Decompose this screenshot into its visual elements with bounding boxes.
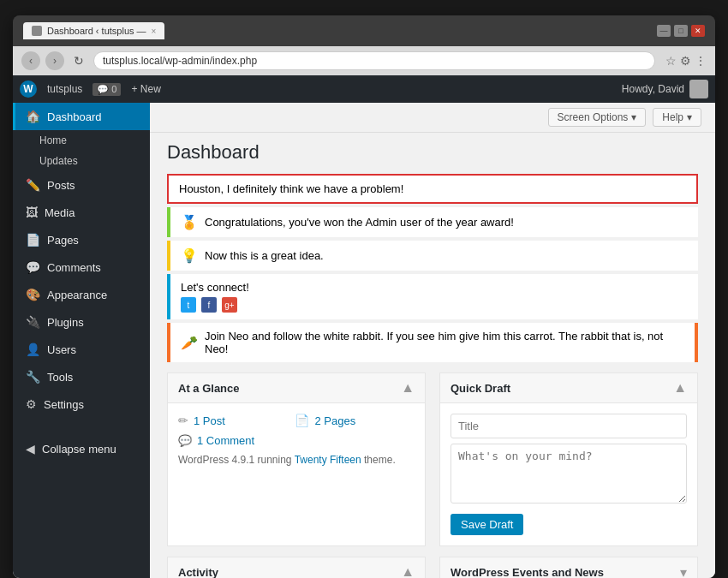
sidebar-comments-label: Comments (47, 261, 101, 274)
admin-bar-new[interactable]: + New (124, 75, 167, 103)
sidebar-item-posts[interactable]: ✏️ Posts (13, 171, 150, 199)
help-button[interactable]: Help ▾ (653, 108, 701, 127)
at-a-glance-header: At a Glance ▲ (168, 373, 425, 403)
sidebar-item-settings[interactable]: ⚙ Settings (13, 390, 150, 418)
minimize-button[interactable]: — (657, 25, 671, 37)
posts-count-link[interactable]: 1 Post (194, 414, 225, 427)
sidebar-appearance-label: Appearance (47, 289, 107, 301)
forward-button[interactable]: › (45, 51, 64, 70)
menu-button[interactable]: ⋮ (695, 54, 707, 68)
url-bar[interactable]: tutsplus.local/wp-admin/index.php (93, 51, 655, 70)
sidebar-item-media[interactable]: 🖼 Media (13, 199, 150, 226)
browser-controls: ‹ › ↻ tutsplus.local/wp-admin/index.php … (13, 46, 715, 75)
glance-posts: ✏ 1 Post (178, 414, 291, 427)
sidebar-collapse-label: Collapse menu (42, 443, 116, 456)
sidebar: 🏠 Dashboard Home Updates ✏️ Posts 🖼 Medi… (13, 103, 150, 578)
quick-draft-title: Quick Draft (451, 382, 510, 395)
notice-orange-text: Join Neo and follow the white rabbit. If… (205, 330, 684, 355)
sidebar-posts-label: Posts (47, 179, 75, 192)
posts-glance-icon: ✏ (178, 414, 188, 427)
pages-count-link[interactable]: 2 Pages (314, 414, 355, 427)
tab-title: Dashboard ‹ tutsplus — (47, 26, 146, 36)
screen-options-button[interactable]: Screen Options ▾ (548, 108, 647, 127)
activity-toggle[interactable]: ▲ (401, 564, 415, 578)
notice-orange: 🥕 Join Neo and follow the white rabbit. … (167, 323, 698, 362)
user-avatar (689, 80, 708, 98)
users-icon: 👤 (26, 343, 40, 356)
quick-draft-title-input[interactable] (451, 414, 687, 438)
activity-widget: Activity ▲ Recently Published Dec 15th, … (167, 557, 426, 578)
window-controls: — □ ✕ (657, 25, 705, 37)
refresh-button[interactable]: ↻ (69, 51, 88, 70)
save-draft-button[interactable]: Save Draft (451, 514, 523, 535)
dashboard-icon: 🏠 (26, 110, 40, 123)
sidebar-collapse[interactable]: ◀ Collapse menu (13, 435, 150, 462)
comment-count-link[interactable]: 1 Comment (197, 434, 254, 447)
sidebar-item-appearance[interactable]: 🎨 Appearance (13, 281, 150, 308)
browser-tab[interactable]: Dashboard ‹ tutsplus — × (23, 22, 164, 39)
sidebar-dashboard-label: Dashboard (47, 110, 102, 123)
activity-header: Activity ▲ (168, 557, 425, 578)
comment-glance-icon: 💬 (178, 434, 192, 447)
collapse-icon: ◀ (26, 442, 35, 456)
extensions-button[interactable]: ⚙ (680, 54, 691, 68)
comments-sidebar-icon: 💬 (26, 260, 40, 274)
notice-success: 🏅 Congratulations, you've won the Admin … (167, 207, 698, 237)
admin-bar-user[interactable]: Howdy, David (622, 80, 708, 98)
wp-info-text: WordPress 4.9.1 running (178, 454, 292, 466)
gplus-icon[interactable]: g+ (222, 297, 237, 313)
comment-icon: 💬 (97, 84, 109, 95)
back-button[interactable]: ‹ (21, 51, 40, 70)
tab-close-btn[interactable]: × (152, 27, 157, 36)
admin-bar-site[interactable]: tutsplus (40, 75, 89, 103)
sidebar-updates-label: Updates (39, 155, 78, 167)
at-a-glance-title: At a Glance (178, 382, 240, 395)
wp-main: 🏠 Dashboard Home Updates ✏️ Posts 🖼 Medi… (13, 103, 715, 578)
twitter-icon[interactable]: t (181, 297, 196, 313)
notice-success-text: Congratulations, you've won the Admin us… (205, 216, 514, 229)
sidebar-item-plugins[interactable]: 🔌 Plugins (13, 308, 150, 336)
sidebar-plugins-label: Plugins (47, 316, 84, 329)
wp-events-widget: WordPress Events and News ▾ (439, 557, 698, 578)
sidebar-item-updates[interactable]: Updates (13, 151, 150, 171)
sidebar-settings-label: Settings (44, 398, 84, 411)
media-icon: 🖼 (26, 206, 38, 219)
admin-bar-comments[interactable]: 💬 0 (92, 83, 121, 96)
new-label: + New (131, 83, 160, 95)
screen-options-label: Screen Options (558, 111, 629, 123)
sidebar-tools-label: Tools (47, 371, 73, 384)
glance-comment: 💬 1 Comment (178, 434, 415, 447)
social-icons: t f g+ (181, 297, 249, 313)
sidebar-item-tools[interactable]: 🔧 Tools (13, 363, 150, 390)
screen-options-arrow: ▾ (631, 111, 636, 123)
quick-draft-content-input[interactable] (451, 444, 687, 504)
notice-error-text: Houston, I definitely think we have a pr… (179, 182, 403, 195)
sidebar-item-dashboard[interactable]: 🏠 Dashboard (13, 103, 150, 130)
content-topbar: Screen Options ▾ Help ▾ (150, 103, 715, 133)
wp-events-toggle[interactable]: ▾ (680, 564, 687, 578)
plugins-icon: 🔌 (26, 315, 40, 329)
facebook-icon[interactable]: f (201, 297, 217, 313)
widget-row-2: Activity ▲ Recently Published Dec 15th, … (167, 557, 698, 578)
bookmark-button[interactable]: ☆ (665, 54, 677, 68)
sidebar-item-comments[interactable]: 💬 Comments (13, 253, 150, 281)
at-a-glance-widget: At a Glance ▲ ✏ 1 Post 📄 (167, 372, 426, 546)
dashboard-content: Dashboard Houston, I definitely think we… (150, 133, 715, 578)
theme-suffix: theme. (364, 454, 396, 466)
maximize-button[interactable]: □ (674, 25, 688, 37)
site-name: tutsplus (47, 83, 82, 95)
pages-icon: 📄 (26, 233, 40, 247)
at-a-glance-toggle[interactable]: ▲ (401, 380, 415, 396)
notice-info-icon: 💡 (181, 247, 198, 264)
theme-link[interactable]: Twenty Fifteen (295, 454, 361, 466)
quick-draft-toggle[interactable]: ▲ (673, 380, 687, 396)
sidebar-item-home[interactable]: Home (13, 130, 150, 151)
close-button[interactable]: ✕ (691, 25, 705, 37)
comments-count: 0 (111, 84, 116, 94)
sidebar-item-pages[interactable]: 📄 Pages (13, 226, 150, 253)
quick-draft-header: Quick Draft ▲ (440, 373, 697, 403)
sidebar-item-users[interactable]: 👤 Users (13, 336, 150, 363)
tools-icon: 🔧 (26, 370, 40, 384)
widget-row: At a Glance ▲ ✏ 1 Post 📄 (167, 372, 698, 546)
browser-titlebar: Dashboard ‹ tutsplus — × — □ ✕ (13, 15, 715, 46)
